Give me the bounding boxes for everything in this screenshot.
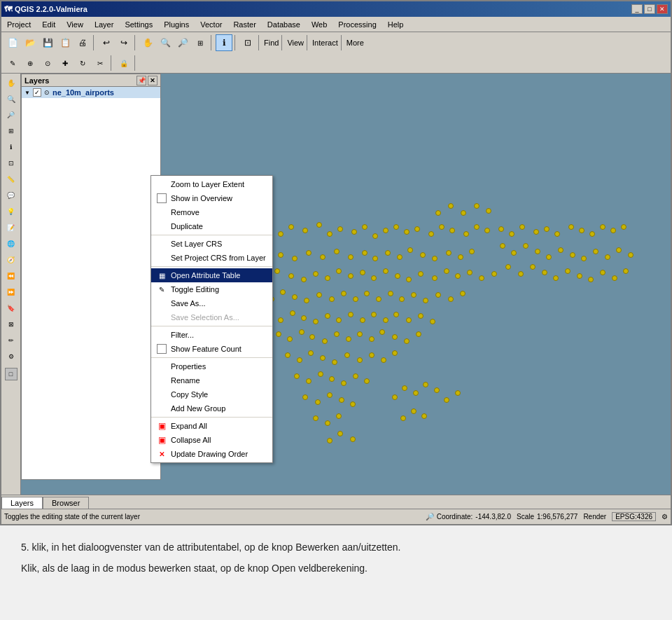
- map-dot: [329, 296, 335, 302]
- menu-help[interactable]: Help: [382, 19, 410, 30]
- ctx-duplicate[interactable]: Duplicate: [151, 219, 272, 233]
- identify-lt-button[interactable]: ℹ: [4, 139, 19, 155]
- pan-map-button[interactable]: ✋: [4, 75, 19, 90]
- save-as-button[interactable]: 📋: [57, 34, 74, 51]
- ctx-set-project-crs[interactable]: Set Project CRS from Layer: [151, 251, 272, 265]
- zoom-rect-button[interactable]: ⊞: [4, 123, 19, 139]
- menu-layer[interactable]: Layer: [89, 19, 120, 30]
- map-dot: [435, 210, 441, 216]
- ctx-show-feature[interactable]: Show Feature Count: [151, 342, 272, 356]
- ctx-collapse-all[interactable]: ▣ Collapse All: [151, 433, 272, 447]
- ctx-remove[interactable]: Remove: [151, 205, 272, 219]
- ctx-add-new-group[interactable]: Add New Group: [151, 401, 272, 415]
- bookmark-button[interactable]: 🔖: [4, 301, 19, 316]
- featureform-button[interactable]: 📝: [4, 220, 19, 235]
- ctx-copy-style[interactable]: Copy Style: [151, 387, 272, 401]
- map-dot: [486, 208, 491, 214]
- tile-button[interactable]: ⊠: [4, 317, 19, 332]
- menu-view[interactable]: View: [61, 19, 89, 30]
- zoom-out-button[interactable]: 🔎: [174, 34, 191, 51]
- tab-browser[interactable]: Browser: [43, 497, 89, 509]
- save-as-icon: [157, 298, 167, 308]
- map-dot: [383, 228, 388, 233]
- menu-vector[interactable]: Vector: [195, 19, 227, 30]
- zoom-in-lt-button[interactable]: 🔍: [4, 91, 19, 106]
- ctx-zoom-layer[interactable]: Zoom to Layer Extent: [151, 177, 272, 191]
- edit-node-button[interactable]: ✎: [4, 55, 21, 71]
- snap-button[interactable]: ⊙: [39, 55, 56, 71]
- ctx-open-attribute[interactable]: ▦ Open Attribute Table: [151, 268, 272, 282]
- menu-web[interactable]: Web: [306, 19, 332, 30]
- zoom-out-lt-button[interactable]: 🔎: [4, 107, 19, 123]
- select-button[interactable]: ⊡: [239, 34, 256, 51]
- map-dot: [463, 231, 469, 237]
- layers-close-button[interactable]: ✕: [148, 76, 158, 85]
- menu-settings[interactable]: Settings: [119, 19, 158, 30]
- menu-database[interactable]: Database: [262, 19, 306, 30]
- map-dot: [327, 231, 332, 237]
- find-label: Find: [263, 34, 279, 51]
- close-button[interactable]: ✕: [657, 4, 668, 14]
- zoom-in-button[interactable]: 🔍: [157, 34, 174, 51]
- map-dot: [336, 317, 342, 323]
- editmode-button[interactable]: ✏: [4, 333, 19, 348]
- menu-processing[interactable]: Processing: [332, 19, 382, 30]
- history-button[interactable]: ⏪: [4, 268, 19, 284]
- ctx-properties[interactable]: Properties: [151, 359, 272, 373]
- show-overview-check[interactable]: [157, 193, 167, 203]
- ctx-toggle-editing[interactable]: ✎ Toggle Editing: [151, 282, 272, 296]
- tab-layers[interactable]: Layers: [1, 497, 43, 509]
- menu-project[interactable]: Project: [1, 19, 36, 30]
- save-project-button[interactable]: 💾: [39, 34, 56, 51]
- map-dot: [554, 231, 560, 237]
- settings-lt-button[interactable]: ⚙: [4, 349, 19, 364]
- pan-button[interactable]: ✋: [139, 34, 156, 51]
- render-button[interactable]: Render: [583, 513, 606, 521]
- menu-edit[interactable]: Edit: [36, 19, 61, 30]
- measure-button[interactable]: 📏: [4, 172, 19, 187]
- print-button[interactable]: 🖨: [74, 34, 91, 51]
- zoom-extent-button[interactable]: ⊞: [192, 34, 209, 51]
- ctx-update-drawing[interactable]: ✕ Update Drawing Order: [151, 447, 272, 461]
- ctx-save-as[interactable]: Save As...: [151, 296, 272, 310]
- layers-pin-button[interactable]: 📌: [136, 76, 146, 85]
- map-dot: [444, 268, 449, 274]
- compass-button[interactable]: 🧭: [4, 252, 19, 268]
- menu-raster[interactable]: Raster: [227, 19, 261, 30]
- identify-button[interactable]: ℹ: [216, 34, 232, 51]
- map-dot: [546, 254, 552, 260]
- redo-button[interactable]: ↪: [115, 34, 132, 51]
- undo-button[interactable]: ↩: [98, 34, 115, 51]
- ctx-rename[interactable]: Rename: [151, 373, 272, 387]
- map-dot: [600, 224, 606, 230]
- save-selection-icon: [157, 312, 167, 322]
- ctx-set-layer-crs[interactable]: Set Layer CRS: [151, 237, 272, 251]
- ctx-sep-3: [151, 326, 272, 326]
- lock-button[interactable]: 🔒: [115, 55, 132, 71]
- move-button[interactable]: ✚: [57, 55, 74, 71]
- box-button[interactable]: □: [5, 368, 18, 380]
- forward-button[interactable]: ⏩: [4, 284, 19, 300]
- map-dot: [542, 270, 547, 275]
- tips-button[interactable]: 💡: [4, 204, 19, 219]
- rotate-button[interactable]: ↻: [74, 55, 91, 71]
- 3d-button[interactable]: 🌐: [4, 236, 19, 252]
- new-project-button[interactable]: 📄: [4, 34, 21, 51]
- ctx-show-overview[interactable]: Show in Overview: [151, 191, 272, 205]
- maximize-button[interactable]: □: [644, 4, 655, 14]
- layer-item[interactable]: ▼ ✓ ⊙ ne_10m_airports: [22, 87, 160, 98]
- layer-name: ne_10m_airports: [52, 88, 114, 97]
- menu-plugins[interactable]: Plugins: [158, 19, 195, 30]
- layer-visibility-check[interactable]: ✓: [33, 88, 41, 97]
- map-dot: [404, 338, 410, 344]
- open-project-button[interactable]: 📂: [22, 34, 38, 51]
- minimize-button[interactable]: _: [631, 4, 643, 14]
- select-lt-button[interactable]: ⊡: [4, 156, 19, 171]
- ctx-filter[interactable]: Filter...: [151, 328, 272, 342]
- ctx-expand-all[interactable]: ▣ Expand All: [151, 419, 272, 433]
- delete-button[interactable]: ✂: [92, 55, 108, 71]
- show-feature-check[interactable]: [157, 344, 167, 354]
- crs-settings-button[interactable]: ⚙: [662, 513, 668, 521]
- annotation-button[interactable]: 💬: [4, 188, 19, 203]
- digitize-button[interactable]: ⊕: [22, 55, 38, 71]
